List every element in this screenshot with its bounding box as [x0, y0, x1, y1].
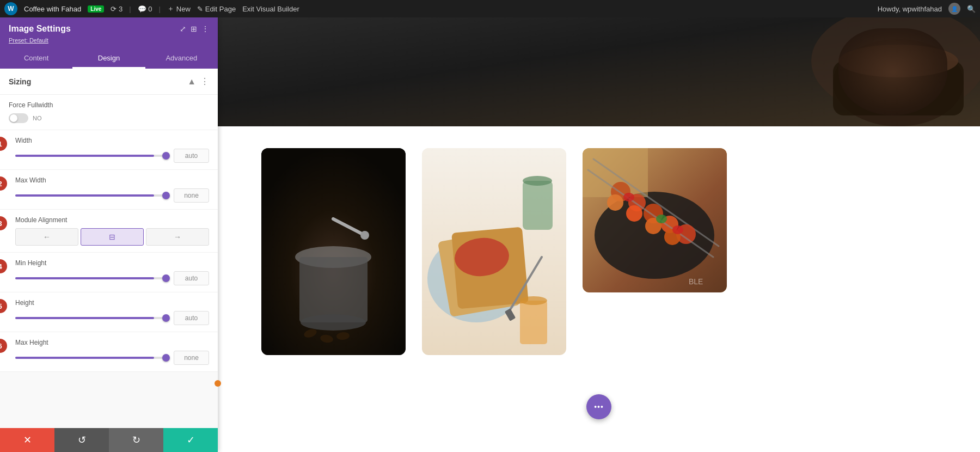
panel-title: Image Settings: [9, 24, 71, 34]
section-header-icons: ▲ ⋮: [187, 76, 209, 87]
height-slider-fill: [15, 317, 154, 319]
hero-svg: [218, 17, 980, 126]
main-container: Image Settings ⤢ ⊞ ⋮ Preset: Default Con…: [0, 17, 980, 452]
min-height-slider-row: auto: [15, 271, 209, 285]
min-height-slider-thumb[interactable]: [162, 274, 170, 282]
height-label: Height: [15, 299, 209, 307]
floating-menu-button[interactable]: •••: [586, 394, 611, 419]
max-height-slider-thumb[interactable]: [162, 354, 170, 362]
edit-page-button[interactable]: ✎ Edit Page: [197, 5, 236, 13]
svg-point-4: [838, 45, 958, 77]
svg-rect-23: [523, 181, 553, 230]
section-more-icon[interactable]: ⋮: [200, 76, 209, 87]
wp-logo-icon[interactable]: W: [4, 2, 17, 15]
collapse-icon[interactable]: ▲: [187, 77, 196, 87]
max-width-slider[interactable]: [15, 194, 169, 197]
step-2: 2: [0, 176, 7, 191]
min-height-slider[interactable]: [15, 277, 169, 279]
site-name: Coffee with Fahad: [24, 5, 81, 13]
tab-advanced[interactable]: Advanced: [145, 49, 218, 69]
max-height-slider-fill: [15, 357, 154, 359]
save-button[interactable]: ✓: [163, 428, 218, 452]
step-3: 3: [0, 216, 7, 230]
sizing-title: Sizing: [9, 77, 31, 86]
top-bar: W Coffee with Fahad Live ⟳ 3 | 💬 0 | ＋ N…: [0, 0, 980, 17]
max-height-slider-row: none: [15, 351, 209, 365]
svg-rect-7: [299, 257, 367, 322]
width-slider-fill: [15, 155, 154, 157]
panel-edge-dot: [215, 380, 221, 387]
width-slider-row: auto: [15, 149, 209, 163]
height-slider-thumb[interactable]: [162, 314, 170, 322]
panel-header: Image Settings ⤢ ⊞ ⋮ Preset: Default: [0, 17, 218, 49]
svg-text:BLE: BLE: [689, 277, 703, 286]
avatar: 👤: [948, 3, 960, 15]
width-slider-thumb[interactable]: [162, 152, 170, 160]
new-button[interactable]: ＋ New: [167, 4, 191, 14]
max-width-slider-fill: [15, 194, 154, 197]
hero-background: [218, 17, 980, 126]
svg-point-8: [301, 314, 366, 331]
min-height-setting: 4 Min Height auto: [0, 253, 218, 292]
align-left-button[interactable]: ←: [15, 228, 78, 246]
max-width-slider-row: none: [15, 188, 209, 203]
svg-point-24: [523, 176, 552, 186]
revisions-icon: ⟳ 3: [111, 5, 122, 13]
section-header: Sizing ▲ ⋮: [0, 69, 218, 95]
module-alignment-label: Module Alignment: [15, 216, 209, 224]
columns-icon[interactable]: ⊞: [191, 25, 197, 33]
content-wrapper: BLE •••: [218, 126, 980, 452]
width-setting: 1 Width auto: [0, 130, 218, 170]
max-width-input[interactable]: none: [174, 188, 209, 203]
sizing-section: Sizing ▲ ⋮ Force Fullwidth NO: [0, 69, 218, 372]
height-slider[interactable]: [15, 317, 169, 319]
width-slider[interactable]: [15, 155, 169, 157]
svg-point-22: [520, 296, 547, 305]
redo-button[interactable]: ↻: [109, 428, 163, 452]
force-fullwidth-label: Force Fullwidth: [9, 101, 209, 109]
panel-title-row: Image Settings ⤢ ⊞ ⋮: [9, 24, 209, 34]
svg-point-40: [656, 215, 667, 223]
panel-header-icons: ⤢ ⊞ ⋮: [180, 25, 209, 33]
svg-point-36: [626, 205, 642, 222]
food-image-3: BLE: [583, 148, 727, 292]
width-label: Width: [15, 137, 209, 144]
more-options-icon[interactable]: ⋮: [201, 25, 209, 33]
align-center-button[interactable]: ⊟: [81, 228, 144, 246]
search-icon[interactable]: 🔍: [967, 5, 976, 13]
tab-design[interactable]: Design: [72, 49, 145, 69]
min-height-input[interactable]: auto: [174, 271, 209, 285]
force-fullwidth-toggle[interactable]: [9, 113, 28, 123]
kebab-image-svg: BLE: [583, 148, 727, 292]
max-width-slider-thumb[interactable]: [162, 192, 170, 199]
max-height-label: Max Height: [15, 339, 209, 346]
tab-content[interactable]: Content: [0, 49, 72, 69]
images-grid: BLE: [261, 148, 936, 355]
svg-point-13: [360, 231, 369, 240]
exit-builder-button[interactable]: Exit Visual Builder: [242, 5, 299, 13]
height-input[interactable]: auto: [174, 311, 209, 325]
height-setting: 5 Height auto: [0, 292, 218, 332]
max-height-slider[interactable]: [15, 357, 169, 359]
comments-icon: 💬 0: [138, 5, 152, 13]
width-input[interactable]: auto: [174, 149, 209, 163]
step-1: 1: [0, 137, 7, 151]
panel-actions: ✕ ↺ ↻ ✓: [0, 428, 218, 452]
food-image-2: [422, 148, 566, 355]
cancel-button[interactable]: ✕: [0, 428, 54, 452]
panel-content: Sizing ▲ ⋮ Force Fullwidth NO: [0, 69, 218, 428]
align-right-button[interactable]: →: [146, 228, 209, 246]
expand-icon[interactable]: ⤢: [180, 25, 186, 33]
max-width-label: Max Width: [15, 176, 209, 184]
svg-rect-21: [520, 301, 547, 344]
live-badge: Live: [88, 5, 104, 13]
min-height-label: Min Height: [15, 259, 209, 267]
panel-tabs: Content Design Advanced: [0, 49, 218, 69]
max-height-input[interactable]: none: [174, 351, 209, 365]
step-4: 4: [0, 259, 7, 273]
module-alignment-setting: 3 Module Alignment ← ⊟ →: [0, 210, 218, 253]
panel-preset: Preset: Default: [9, 37, 209, 44]
top-bar-right: Howdy, wpwithfahad 👤 🔍: [878, 3, 976, 15]
svg-point-39: [623, 193, 634, 201]
undo-button[interactable]: ↺: [54, 428, 109, 452]
